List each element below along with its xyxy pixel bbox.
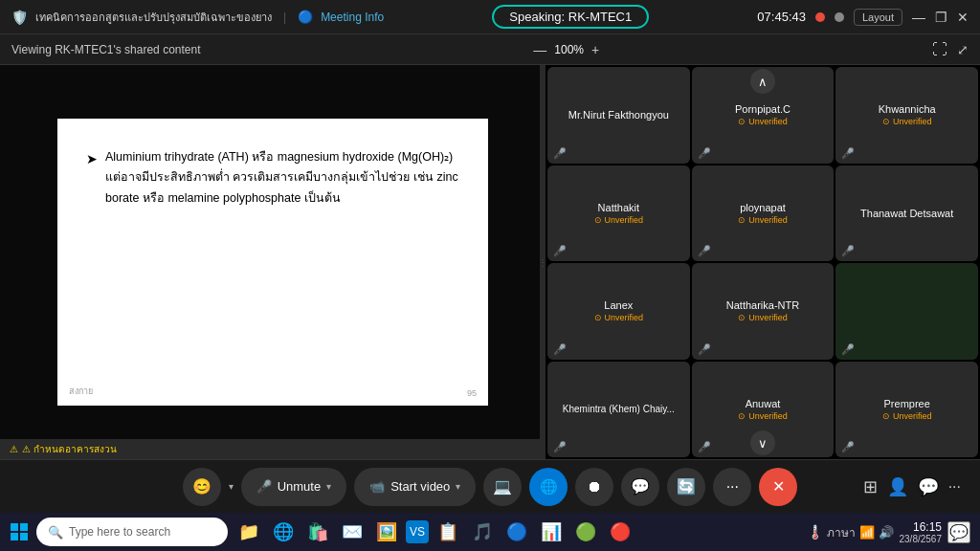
rec-dot-gray (835, 12, 844, 22)
temp-icon: 🌡️ (807, 524, 823, 540)
tb-app1-btn[interactable]: 📋 (433, 517, 463, 547)
participant-name: Lanex (604, 299, 633, 311)
participant-name: Mr.Nirut Fakthongyou (565, 105, 673, 124)
chat-btn[interactable]: 💬 (918, 476, 939, 497)
slide-page-num: 95 (467, 388, 477, 398)
video-dropdown-arrow: ▾ (456, 481, 460, 492)
unverified-badge: ⊙ Unverified (738, 215, 788, 225)
sub-bar-left: Viewing RK-MTEC1's shared content (11, 43, 201, 56)
participants-btn[interactable]: 👤 (887, 476, 908, 497)
participant-name: Anuwat (746, 398, 781, 409)
tb-edge-btn[interactable]: 🌐 (268, 517, 299, 547)
svg-rect-3 (20, 533, 28, 540)
participant-name: Thanawat Detsawat (860, 208, 953, 219)
tb-mail-btn[interactable]: ✉️ (337, 517, 368, 547)
presentation-area: ➤ Aluminium trihydrate (ATH) หรือ magnes… (0, 65, 546, 459)
windows-icon (11, 523, 28, 540)
reaction-dropdown[interactable]: ▾ (229, 481, 234, 492)
share-screen-btn[interactable]: 💻 (483, 468, 522, 506)
zoom-plus-btn[interactable]: + (591, 42, 599, 57)
speaking-indicator: Speaking: RK-MTEC1 (492, 5, 649, 29)
tb-time-display[interactable]: 16:15 23/8/2567 (900, 520, 943, 544)
reaction-emoji-btn[interactable]: 🔄 (667, 468, 705, 506)
mic-off-icon: 🎤 (841, 245, 855, 257)
bullet-arrow: ➤ (86, 148, 98, 209)
warning-text: ⚠ กำหนดอาคารสงวน (22, 442, 117, 456)
mic-off-icon: 🎤 (553, 441, 567, 453)
end-btn[interactable]: ✕ (759, 468, 797, 506)
tb-app5-btn[interactable]: 🔴 (605, 517, 635, 547)
participants-grid: ∧ Mr.Nirut Fakthongyou 🎤 Pornpipat.C ⊙ U… (546, 65, 980, 459)
edge-icon-btn[interactable]: 🌐 (529, 468, 568, 506)
layout-btn[interactable]: Layout (854, 9, 902, 26)
nav-down-btn[interactable]: ∨ (750, 430, 775, 455)
main-area: ➤ Aluminium trihydrate (ATH) หรือ magnes… (0, 65, 980, 459)
search-box[interactable]: 🔍 Type here to search (36, 518, 228, 546)
start-btn[interactable] (4, 517, 34, 547)
mic-off-icon: 🎤 (698, 245, 711, 257)
participant-cell: 🎤 (835, 263, 978, 360)
unverified-label: Unverified (893, 411, 932, 421)
tb-explorer-btn[interactable]: 📁 (234, 517, 264, 547)
unverified-label: Unverified (748, 411, 788, 421)
tb-store-btn[interactable]: 🛍️ (302, 517, 333, 547)
record-btn[interactable]: ⏺ (575, 468, 613, 506)
sub-bar: Viewing RK-MTEC1's shared content — 100%… (0, 34, 980, 65)
maximize-btn[interactable]: ❐ (935, 10, 947, 25)
start-video-btn[interactable]: 📹 Start video ▾ (354, 468, 476, 506)
more-btn[interactable]: ··· (713, 468, 751, 506)
nav-up-btn[interactable]: ∧ (750, 69, 775, 94)
right-controls: ⊞ 👤 💬 ··· (863, 476, 961, 497)
participant-cell: Khwannicha ⊙ Unverified 🎤 (835, 67, 978, 164)
app-icon: 🛡️ (11, 10, 28, 25)
mic-off-icon: 🎤 (698, 343, 711, 356)
participant-cell: Natthakit ⊙ Unverified 🎤 (547, 165, 690, 262)
fullscreen-icon[interactable]: ⛶ (932, 41, 947, 58)
tb-app2-btn[interactable]: 🎵 (467, 517, 498, 547)
viewing-label: Viewing RK-MTEC1's shared content (11, 43, 201, 56)
unverified-icon: ⊙ (738, 215, 746, 225)
reaction-btn[interactable]: 😊 (183, 468, 221, 506)
svg-rect-0 (11, 523, 18, 531)
caption-btn[interactable]: 💬 (621, 468, 659, 506)
tb-app3-btn[interactable]: 📊 (536, 517, 567, 547)
taskbar: 🔍 Type here to search 📁 🌐 🛍️ ✉️ 🖼️ VS 📋 … (0, 513, 980, 551)
participant-cell: Lanex ⊙ Unverified 🎤 (547, 263, 690, 360)
zoom-minus-btn[interactable]: — (533, 42, 546, 57)
minimize-btn[interactable]: — (912, 10, 925, 25)
taskbar-icons: 📁 🌐 🛍️ ✉️ 🖼️ VS 📋 🎵 🔵 📊 🟢 🔴 (234, 517, 635, 547)
grid-view-btn[interactable]: ⊞ (863, 476, 878, 497)
mic-off-icon: 🎤 (698, 147, 711, 160)
time-display: 07:45:43 (757, 10, 806, 24)
tb-chrome-btn[interactable]: 🔵 (501, 517, 532, 547)
svg-rect-2 (11, 533, 18, 540)
unverified-badge: ⊙ Unverified (882, 117, 932, 126)
zoom-value: 100% (554, 43, 584, 56)
tb-date-value: 23/8/2567 (900, 534, 943, 544)
top-bar: 🛡️ เทคนิคการออกสูตรและปรับปรุงสมบัติเฉพา… (0, 0, 980, 34)
svg-rect-1 (20, 523, 28, 531)
mic-off-icon: 🎤 (698, 441, 711, 453)
participant-cell: Thanawat Detsawat 🎤 (835, 165, 978, 262)
participant-name: Khemintra (Khem) Chaiy... (561, 402, 677, 416)
unmute-btn[interactable]: 🎤 Unmute ▾ (241, 468, 347, 506)
unverified-label: Unverified (748, 313, 788, 322)
notification-btn[interactable]: 💬 (947, 521, 970, 543)
top-bar-left: 🛡️ เทคนิคการออกสูตรและปรับปรุงสมบัติเฉพา… (11, 9, 384, 26)
unverified-label: Unverified (748, 117, 788, 126)
unverified-icon: ⊙ (882, 411, 890, 421)
mic-off-icon: 🎤 (841, 147, 855, 160)
meeting-info-btn[interactable]: Meeting Info (321, 11, 384, 24)
tb-photos-btn[interactable]: 🖼️ (371, 517, 402, 547)
mic-off-icon: 🎤 (553, 147, 567, 160)
close-btn[interactable]: ✕ (957, 10, 969, 25)
tb-app4-btn[interactable]: 🟢 (570, 517, 601, 547)
shield-icon: 🔵 (298, 10, 313, 24)
participant-cell: Nattharika-NTR ⊙ Unverified 🎤 (692, 263, 835, 360)
wifi-icon: 📶 (859, 525, 875, 540)
tb-vscode-btn[interactable]: VS (406, 520, 429, 543)
expand-icon[interactable]: ⤢ (957, 42, 969, 57)
unverified-badge: ⊙ Unverified (882, 411, 932, 421)
unverified-icon: ⊙ (594, 215, 602, 225)
more-options-btn[interactable]: ··· (948, 478, 961, 496)
